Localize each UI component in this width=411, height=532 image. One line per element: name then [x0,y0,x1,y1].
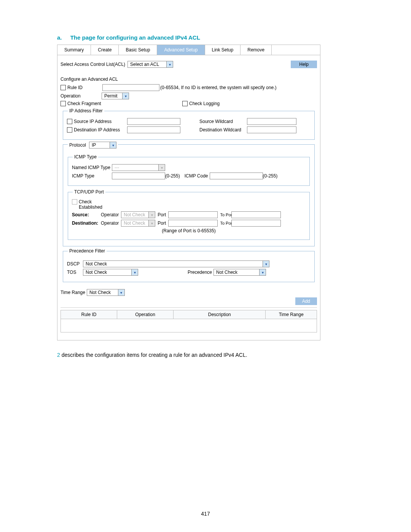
dest-wildcard-input[interactable] [247,126,296,133]
tos-label: TOS [67,270,83,275]
operation-dropdown[interactable]: Permit ▾ [102,93,129,99]
icmp-type-label: ICMP Type [72,173,112,179]
icmp-legend: ICMP Type [73,154,98,160]
source-port-label: Source: [72,212,101,217]
footnote: 2 describes the configuration items for … [57,352,354,358]
chevron-down-icon: ▾ [166,61,173,67]
precedence-filter-group: Precedence Filter DSCP Not Check ▾ TOS N… [63,251,315,282]
source-to-port-input[interactable] [231,211,281,218]
chevron-down-icon: ▾ [118,289,124,296]
chevron-down-icon: ▾ [158,165,165,171]
select-acl-dropdown[interactable]: Select an ACL ▾ [127,61,173,68]
time-range-dropdown[interactable]: Not Check ▾ [87,289,125,296]
tos-dropdown[interactable]: Not Check ▾ [83,269,138,276]
footnote-number: 2 [57,352,60,358]
precedence-dropdown[interactable]: Not Check ▾ [213,269,266,276]
dest-ip-input[interactable] [127,126,180,133]
col-time-range: Time Range [266,310,317,319]
footnote-text: describes the configuration items for cr… [60,352,247,358]
time-range-label: Time Range [61,290,85,295]
tcp-udp-port-group: TCP/UDP Port Check Established Source: O… [68,192,310,240]
check-fragment-checkbox[interactable] [61,101,66,106]
source-port-lbl: Port [158,212,166,217]
tab-basic-setup[interactable]: Basic Setup [119,45,157,55]
rule-id-label: Rule ID [67,85,102,90]
heading-prefix: a. [57,34,62,41]
heading-text: The page for configuring an advanced IPv… [70,34,200,41]
chevron-down-icon: ▾ [148,212,155,218]
section-heading: a. The page for configuring an advanced … [57,34,354,41]
icmp-code-label: ICMP Code [185,173,208,179]
chevron-down-icon: ▾ [131,269,138,275]
dest-port-input[interactable] [168,220,218,227]
check-established-checkbox[interactable] [72,199,77,204]
tab-summary[interactable]: Summary [57,45,91,55]
dest-ip-checkbox[interactable] [67,127,72,133]
source-ip-checkbox[interactable] [67,119,72,124]
check-logging-checkbox[interactable] [182,101,188,106]
chevron-down-icon: ▾ [259,269,266,275]
operator-label: Operator [101,212,119,217]
rule-id-checkbox[interactable] [61,85,66,90]
dscp-label: DSCP [67,261,83,267]
rule-id-input[interactable] [102,84,159,91]
protocol-group: Protocol IP ▾ ICMP Type Named ICMP Type … [63,144,315,246]
source-ip-input[interactable] [127,118,180,125]
chevron-down-icon: ▾ [148,220,155,226]
page-number: 417 [0,511,411,517]
icmp-code-hint: (0-255) [263,173,278,179]
chevron-down-icon: ▾ [263,261,269,267]
dscp-dropdown[interactable]: Not Check ▾ [83,260,269,267]
tab-create[interactable]: Create [91,45,119,55]
check-logging-label: Check Logging [189,101,220,106]
dest-wildcard-label: Destination Wildcard [199,127,247,133]
named-icmp-label: Named ICMP Type [72,165,112,170]
chevron-down-icon: ▾ [122,93,129,99]
tcpudp-legend: TCP/UDP Port [73,189,105,195]
source-ip-label: Source IP Address [74,119,127,124]
tab-spacer [272,45,320,55]
tab-link-setup[interactable]: Link Setup [205,45,241,55]
check-established-label: Check Established [79,199,109,210]
source-operator-dropdown[interactable]: Not Check ▾ [121,211,155,218]
prec-legend: Precedence Filter [68,248,107,254]
source-port-input[interactable] [168,211,218,218]
ip-filter-legend: IP Address Filter [68,108,104,113]
tab-bar: Summary Create Basic Setup Advanced Setu… [57,45,320,55]
precedence-label: Precedence [188,270,212,275]
protocol-dropdown[interactable]: IP ▾ [89,142,116,149]
dest-ip-label: Destination IP Address [74,127,127,133]
help-button[interactable]: Help [291,61,317,68]
ip-address-filter-group: IP Address Filter Source IP Address Sour… [63,111,315,140]
add-button[interactable]: Add [295,297,317,305]
source-wildcard-input[interactable] [247,118,296,125]
icmp-type-group: ICMP Type Named ICMP Type --- ▾ ICMP Typ… [68,157,310,186]
acl-config-panel: Summary Create Basic Setup Advanced Setu… [57,45,320,340]
port-range-hint: (Range of Port is 0-65535) [162,228,215,233]
protocol-legend: Protocol IP ▾ [68,142,118,149]
icmp-type-hint: (0-255) [165,173,180,179]
table-row [61,319,317,332]
col-operation: Operation [117,310,174,319]
icmp-type-input[interactable] [112,173,165,179]
configure-title: Configure an Advanced ACL [61,77,317,82]
dest-port-label: Destination: [72,220,101,226]
dest-operator-dropdown[interactable]: Not Check ▾ [121,220,155,227]
check-fragment-label: Check Fragment [67,101,101,106]
chevron-down-icon: ▾ [110,142,116,148]
source-wildcard-label: Source Wildcard [199,119,247,124]
col-rule-id: Rule ID [61,310,117,319]
tab-remove[interactable]: Remove [241,45,272,55]
operation-label: Operation [61,93,102,99]
rules-table: Rule ID Operation Description Time Range [61,310,317,332]
col-description: Description [174,310,266,319]
tab-advanced-setup[interactable]: Advanced Setup [157,45,205,55]
dest-port-lbl: Port [158,220,166,226]
named-icmp-dropdown[interactable]: --- ▾ [112,164,165,171]
operator-label: Operator [101,220,119,226]
icmp-code-input[interactable] [210,173,263,179]
dest-to-port-label: To Port [220,221,231,225]
select-acl-label: Select Access Control List(ACL) [61,62,125,67]
rule-id-hint: (0-65534, If no ID is entered, the syste… [160,85,276,90]
dest-to-port-input[interactable] [231,220,281,227]
